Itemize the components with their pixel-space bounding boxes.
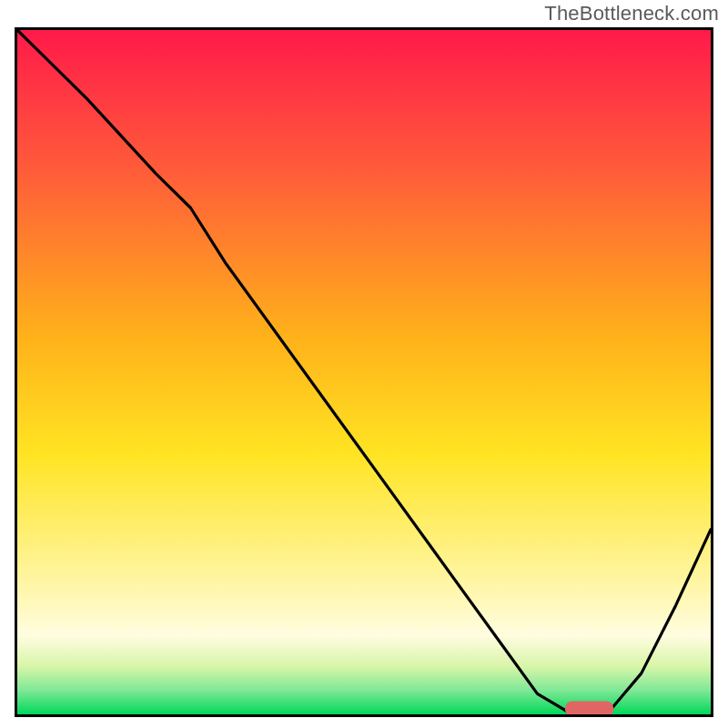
- chart-container: TheBottleneck.com: [0, 0, 728, 728]
- gradient-background: [17, 30, 711, 714]
- plot-area: [15, 27, 713, 717]
- watermark-text: TheBottleneck.com: [544, 2, 719, 25]
- optimum-marker: [565, 702, 613, 715]
- chart-svg: [17, 30, 711, 714]
